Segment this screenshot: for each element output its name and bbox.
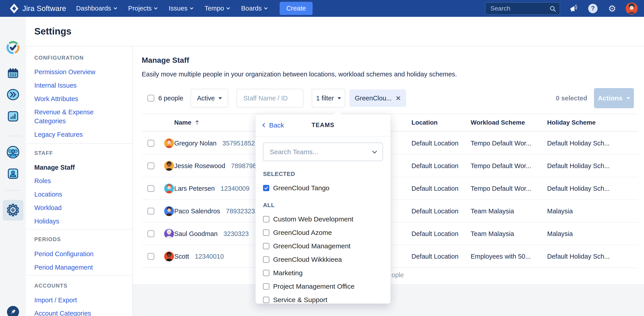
- cell-workload-scheme: Tempo Default Wor...: [471, 185, 531, 192]
- nav-search[interactable]: [485, 2, 560, 15]
- checkbox-checked[interactable]: [263, 185, 269, 191]
- staff-name: Paco Salendros: [174, 207, 220, 215]
- create-button[interactable]: Create: [280, 2, 312, 15]
- team-option-greencloud-wikkkieea[interactable]: GreenCloud Wikkkieea: [263, 256, 383, 263]
- column-header-holiday-scheme[interactable]: Holiday Scheme: [547, 119, 596, 126]
- checkbox-unchecked[interactable]: [263, 297, 269, 303]
- sidebar-item-holidays[interactable]: Holidays: [34, 217, 59, 226]
- column-header-workload-scheme[interactable]: Workload Scheme: [471, 119, 525, 126]
- staff-id-link[interactable]: 789323232: [226, 207, 258, 215]
- nav-item-boards[interactable]: Boards: [241, 5, 267, 12]
- row-checkbox[interactable]: [148, 185, 154, 192]
- person-card-icon[interactable]: [8, 168, 18, 179]
- rail-settings-active[interactable]: ⚙: [3, 200, 23, 221]
- staff-search-input[interactable]: [236, 89, 304, 108]
- selected-count: 0 selected: [556, 95, 587, 102]
- staff-id-link[interactable]: 3230323: [223, 230, 249, 237]
- showing-people-text: ople: [392, 271, 404, 279]
- back-button[interactable]: Back: [263, 121, 284, 129]
- checkbox-unchecked[interactable]: [263, 230, 269, 236]
- remove-chip-icon[interactable]: [396, 96, 401, 101]
- teams-icon[interactable]: [7, 146, 19, 158]
- chevron-down-icon: [154, 6, 158, 9]
- reports-icon[interactable]: [8, 111, 18, 122]
- settings-icon[interactable]: ⚙: [606, 3, 618, 14]
- planner-chevrons-icon[interactable]: [7, 88, 19, 101]
- sidebar-item-period-configuration[interactable]: Period Configuration: [34, 250, 94, 258]
- section-description: Easily move multiple people in your orga…: [142, 71, 457, 78]
- team-option-service-support[interactable]: Service & Support: [263, 296, 383, 304]
- team-option-project-management-office[interactable]: Project Management Office: [263, 283, 383, 290]
- nav-search-input[interactable]: [486, 5, 584, 12]
- team-option-greencloud-management[interactable]: GreenCloud Management: [263, 242, 383, 250]
- row-checkbox[interactable]: [148, 208, 154, 215]
- sidebar-item-workload[interactable]: Workload: [34, 203, 62, 212]
- sidebar-item-account-categories[interactable]: Account Categories: [34, 309, 91, 316]
- checkbox-unchecked[interactable]: [263, 270, 269, 276]
- status-filter-dropdown[interactable]: Active: [190, 89, 228, 108]
- row-checkbox[interactable]: [148, 140, 154, 147]
- people-count: 6 people: [158, 95, 183, 102]
- column-header-location[interactable]: Location: [412, 119, 438, 126]
- sidebar-divider: [26, 275, 132, 276]
- calendar-icon[interactable]: [8, 68, 18, 79]
- rail-divider: [6, 136, 20, 136]
- cell-location: Default Location: [412, 207, 458, 215]
- sidebar-item-revenue-expense-categories[interactable]: Revenue & Expense Categories: [34, 108, 112, 125]
- cell-workload-scheme: Tempo Default Wor...: [471, 139, 531, 147]
- team-option-greencloud-tango[interactable]: GreenCloud Tango: [263, 184, 383, 192]
- pin-icon[interactable]: [7, 306, 19, 316]
- column-header-name[interactable]: Name: [174, 119, 199, 126]
- checkbox-unchecked[interactable]: [263, 256, 269, 263]
- jira-logo[interactable]: Jira Software: [10, 3, 66, 14]
- cell-location: Default Location: [412, 162, 458, 169]
- checkbox-unchecked[interactable]: [263, 283, 269, 290]
- staff-id-link[interactable]: 12340009: [221, 185, 250, 192]
- chevron-down-icon: [218, 97, 222, 99]
- sidebar-item-import-export[interactable]: Import / Export: [34, 296, 77, 305]
- icon-rail: ⚙: [0, 17, 26, 316]
- row-checkbox[interactable]: [148, 162, 154, 169]
- checkbox-unchecked[interactable]: [263, 243, 269, 249]
- sidebar-heading-periods: PERIODS: [34, 236, 61, 243]
- team-option-marketing[interactable]: Marketing: [263, 269, 383, 277]
- teams-filter-popup: Back TEAMS Search Teams... SELECTED Gree…: [256, 114, 390, 304]
- sidebar-item-manage-staff[interactable]: Manage Staff: [34, 163, 75, 172]
- nav-item-projects[interactable]: Projects: [128, 5, 157, 12]
- user-avatar[interactable]: [626, 2, 638, 14]
- popup-body: Search Teams... SELECTED GreenCloud Tang…: [256, 143, 390, 304]
- sidebar-item-locations[interactable]: Locations: [34, 190, 62, 199]
- search-icon: [549, 5, 556, 12]
- staff-id-link[interactable]: 12340010: [195, 253, 224, 260]
- staff-id-link[interactable]: 357951852: [222, 139, 255, 147]
- nav-item-issues[interactable]: Issues: [168, 5, 193, 12]
- sidebar-item-legacy-features[interactable]: Legacy Features: [34, 130, 83, 139]
- sidebar-item-permission-overview[interactable]: Permission Overview: [34, 67, 95, 76]
- row-checkbox[interactable]: [148, 253, 154, 260]
- tempo-logo-icon[interactable]: [6, 41, 20, 54]
- sort-arrows-icon: [195, 120, 199, 125]
- sidebar-item-period-management[interactable]: Period Management: [34, 263, 93, 272]
- search-teams-select[interactable]: Search Teams...: [263, 143, 383, 161]
- settings-gear-icon: ⚙: [6, 202, 20, 218]
- filter-chip-greencloud[interactable]: GreenClou...: [349, 89, 406, 107]
- help-icon[interactable]: ?: [587, 3, 599, 14]
- sidebar-item-roles[interactable]: Roles: [34, 176, 51, 185]
- sidebar-item-internal-issues[interactable]: Internal Issues: [34, 81, 77, 90]
- select-all-checkbox[interactable]: [148, 95, 154, 101]
- nav-item-tempo[interactable]: Tempo: [204, 5, 230, 12]
- staff-name: Gregory Nolan: [174, 139, 216, 147]
- actions-button[interactable]: Actions: [594, 88, 634, 108]
- team-option-custom-web-development[interactable]: Custom Web Development: [263, 215, 383, 223]
- sidebar-item-work-attributes[interactable]: Work Attributes: [34, 94, 78, 103]
- team-option-greencloud-azome[interactable]: GreenCloud Azome: [263, 229, 383, 237]
- avatar: [164, 252, 174, 261]
- filter-dropdown[interactable]: 1 filter: [312, 89, 345, 108]
- nav-item-dashboards[interactable]: Dashboards: [76, 5, 116, 12]
- page-title: Settings: [34, 26, 72, 37]
- checkbox-unchecked[interactable]: [263, 216, 269, 222]
- row-checkbox[interactable]: [148, 230, 154, 237]
- nav-links: Dashboards Projects Issues Tempo Boards: [76, 5, 267, 12]
- section-title: Manage Staff: [142, 56, 189, 64]
- chevron-down-icon: [264, 6, 268, 9]
